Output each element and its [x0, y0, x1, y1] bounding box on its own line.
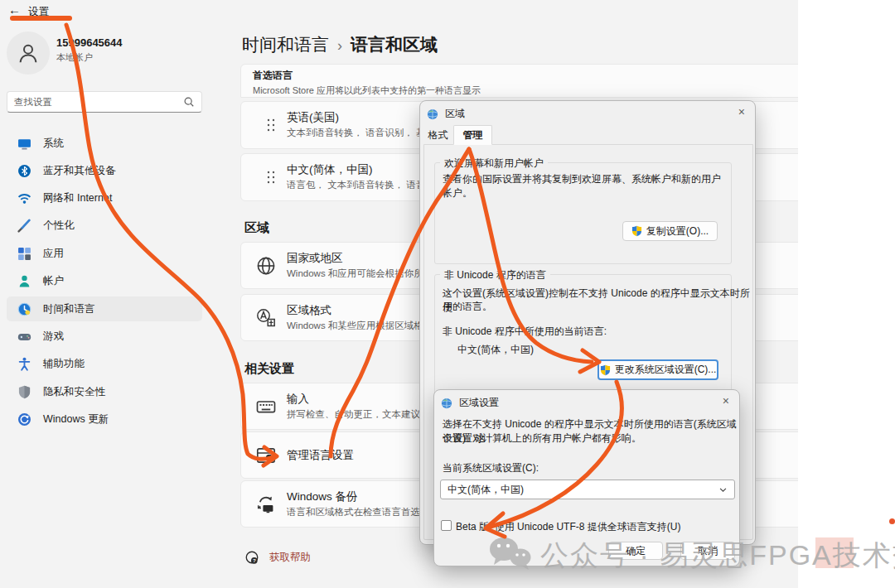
- drag-handle-icon[interactable]: [264, 169, 278, 186]
- preferred-languages-header: 首选语言 Microsoft Store 应用将以此列表中支持的第一种语言显示: [240, 64, 798, 98]
- utf8-checkbox-label: Beta 版: 使用 Unicode UTF-8 提供全球语言支持(U): [456, 520, 680, 534]
- avatar[interactable]: [7, 31, 50, 75]
- breadcrumb-parent[interactable]: 时间和语言: [242, 35, 329, 54]
- system-icon: [17, 137, 31, 151]
- uac-shield-icon: [600, 364, 611, 376]
- non-unicode-group-label: 非 Unicode 程序的语言: [440, 268, 550, 282]
- privacy-icon: [17, 385, 31, 399]
- preferred-languages-title: 首选语言: [253, 69, 798, 83]
- change-system-locale-button[interactable]: 更改系统区域设置(C)...: [597, 359, 718, 380]
- sidebar-item-label: 系统: [43, 137, 64, 151]
- language-title: 英语(美国): [287, 110, 339, 125]
- accessibility-icon: [17, 357, 31, 371]
- windows-update-icon: [17, 412, 31, 427]
- watermark-text: 公众号 · 易灵思FPGA技术交流: [540, 537, 895, 575]
- sidebar-item-label: 辅助功能: [43, 357, 85, 371]
- globe-icon: [256, 256, 276, 276]
- card-title: Windows 备份: [287, 489, 358, 504]
- sidebar-item-windows-update[interactable]: Windows 更新: [7, 407, 202, 431]
- chevron-down-icon: [718, 485, 728, 494]
- sidebar-item-label: 隐私和安全性: [43, 385, 105, 399]
- sidebar-item-system[interactable]: 系统: [7, 131, 202, 156]
- current-locale-label: 当前系统区域设置(C):: [443, 461, 539, 475]
- sidebar-item-accessibility[interactable]: 辅助功能: [7, 351, 202, 376]
- sidebar-item-label: 蓝牙和其他设备: [43, 164, 116, 178]
- sidebar-item-label: Windows 更新: [43, 412, 109, 427]
- bluetooth-icon: [17, 164, 31, 178]
- region-dialog-icon: [427, 108, 438, 120]
- copy-settings-label: 复制设置(O)...: [646, 224, 709, 239]
- close-icon[interactable]: ×: [723, 394, 729, 407]
- back-button[interactable]: ←: [8, 2, 21, 17]
- network-icon: [17, 191, 31, 205]
- account-name: 15999645644: [56, 36, 123, 49]
- card-subtitle: 语言和区域格式在检查语言首选项时: [287, 506, 439, 518]
- personalization-icon: [17, 219, 31, 233]
- region-section-title: 区域: [244, 220, 269, 236]
- search-icon: [183, 96, 195, 108]
- welcome-screen-text: 查看你的国际设置并将其复制到欢迎屏幕、系统帐户和新的用户帐户。: [443, 172, 728, 200]
- sidebar-item-label: 个性化: [43, 219, 75, 233]
- locale-text-line2: 个设置对计算机上的所有用户帐户都有影响。: [443, 431, 641, 446]
- card-title: 输入: [287, 392, 309, 407]
- preferred-languages-subtitle: Microsoft Store 应用将以此列表中支持的第一种语言显示: [253, 84, 798, 97]
- welcome-screen-group-label: 欢迎屏幕和新用户帐户: [440, 157, 548, 171]
- sidebar-item-apps[interactable]: 应用: [7, 241, 202, 266]
- settings-window: ← 设置 15999645644 本地帐户 查找设置 系统 蓝牙和其他设备: [0, 0, 798, 588]
- sidebar-item-personalization[interactable]: 个性化: [7, 213, 202, 238]
- region-settings-icon: [441, 398, 452, 409]
- sidebar-item-label: 帐户: [43, 274, 64, 288]
- red-dot-mark: [889, 518, 895, 524]
- sidebar-item-label: 时间和语言: [43, 302, 95, 316]
- card-title: 国家或地区: [287, 251, 343, 266]
- region-dialog-titlebar: 区域: [427, 107, 465, 121]
- card-title: 管理语言设置: [287, 448, 354, 463]
- related-settings-title: 相关设置: [244, 361, 294, 377]
- locale-combobox[interactable]: 中文(简体，中国): [440, 480, 735, 499]
- get-help-link[interactable]: ? 获取帮助: [244, 550, 311, 565]
- uac-shield-icon: [631, 225, 642, 237]
- search-placeholder: 查找设置: [14, 96, 183, 108]
- sidebar-item-network[interactable]: 网络和 Internet: [7, 186, 202, 210]
- language-subtitle: 文本到语音转换， 语音识别， 基本: [287, 127, 435, 139]
- account-type: 本地帐户: [56, 51, 93, 64]
- accounts-icon: [17, 274, 31, 288]
- breadcrumb-current: 语言和区域: [351, 35, 438, 54]
- close-icon[interactable]: ×: [738, 105, 745, 118]
- search-input[interactable]: 查找设置: [7, 91, 202, 113]
- screenshot-root: ← 设置 15999645644 本地帐户 查找设置 系统 蓝牙和其他设备: [0, 0, 895, 588]
- regional-format-icon: [256, 308, 276, 328]
- current-language-label: 非 Unicode 程序中所使用的当前语言:: [443, 325, 607, 339]
- sidebar-item-time-language[interactable]: 时间和语言: [7, 296, 202, 321]
- card-subtitle: Windows 和某些应用根据区域格式: [287, 320, 433, 332]
- locale-combobox-value: 中文(简体，中国): [448, 483, 718, 497]
- utf8-checkbox[interactable]: [441, 520, 452, 531]
- backup-sync-icon: [256, 494, 276, 514]
- change-system-locale-label: 更改系统区域设置(C)...: [615, 363, 717, 377]
- sidebar-item-privacy[interactable]: 隐私和安全性: [7, 379, 202, 404]
- keyboard-icon: [256, 397, 276, 417]
- sidebar-item-label: 游戏: [43, 330, 64, 344]
- region-dialog-title: 区域: [445, 107, 465, 121]
- card-title: 区域格式: [287, 303, 331, 318]
- breadcrumb: 时间和语言›语言和区域: [242, 33, 438, 56]
- tab-administrative[interactable]: 管理: [453, 125, 492, 145]
- language-subtitle: 语言包， 文本到语音转换， 语音识: [287, 179, 435, 191]
- get-help-label: 获取帮助: [269, 551, 311, 565]
- copy-settings-button[interactable]: 复制设置(O)...: [622, 221, 718, 241]
- region-settings-title: 区域设置: [459, 396, 499, 410]
- time-language-icon: [17, 302, 31, 316]
- person-icon: [16, 41, 41, 65]
- sidebar-item-bluetooth[interactable]: 蓝牙和其他设备: [7, 158, 202, 183]
- apps-icon: [17, 247, 31, 261]
- tab-formats[interactable]: 格式: [424, 127, 452, 144]
- drag-handle-icon[interactable]: [264, 117, 278, 133]
- sidebar-item-accounts[interactable]: 帐户: [7, 268, 202, 293]
- language-title: 中文(简体，中国): [287, 162, 373, 177]
- card-subtitle: 拼写检查、自动更正，文本建议: [287, 408, 420, 421]
- non-unicode-text-line2: 用的语言。: [443, 300, 492, 314]
- sidebar-item-gaming[interactable]: 游戏: [7, 324, 202, 349]
- svg-text:?: ?: [253, 557, 256, 563]
- breadcrumb-separator: ›: [329, 37, 351, 54]
- sidebar-item-label: 应用: [43, 247, 64, 261]
